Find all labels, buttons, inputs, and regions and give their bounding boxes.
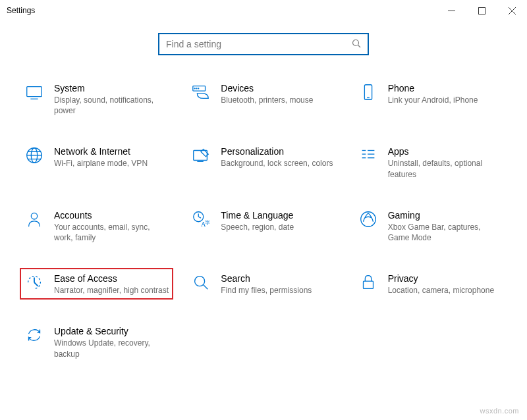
tile-title: Apps — [388, 146, 503, 157]
gaming-icon — [358, 209, 379, 230]
tile-title: Update & Security — [54, 326, 173, 336]
close-icon — [509, 7, 516, 14]
apps-icon — [358, 145, 379, 166]
tile-desc: Background, lock screen, colors — [221, 158, 336, 169]
svg-point-34 — [195, 276, 205, 286]
tile-apps[interactable]: Apps Uninstall, defaults, optional featu… — [354, 141, 507, 183]
tile-desc: Link your Android, iPhone — [388, 95, 503, 105]
tile-title: Phone — [388, 83, 503, 93]
tile-devices[interactable]: Devices Bluetooth, printers, mouse — [186, 78, 340, 120]
tile-title: System — [54, 83, 169, 93]
tile-desc: Find my files, permissions — [221, 285, 336, 296]
close-button[interactable] — [497, 0, 527, 21]
watermark: wsxdn.com — [480, 407, 519, 415]
tile-title: Personalization — [221, 146, 336, 157]
personalization-icon — [190, 145, 211, 166]
ease-of-access-icon — [24, 272, 45, 293]
update-security-icon — [24, 325, 45, 346]
tile-personalization[interactable]: Personalization Background, lock screen,… — [186, 141, 340, 183]
time-language-icon: A字 — [190, 209, 211, 230]
tile-update-security[interactable]: Update & Security Windows Update, recove… — [20, 321, 177, 363]
tile-desc: Narrator, magnifier, high contrast — [54, 285, 169, 296]
tile-desc: Your accounts, email, sync, work, family — [54, 222, 169, 243]
svg-rect-6 — [27, 87, 42, 97]
privacy-icon — [358, 272, 379, 293]
svg-line-35 — [204, 285, 208, 290]
tile-network[interactable]: Network & Internet Wi-Fi, airplane mode,… — [20, 141, 173, 183]
svg-point-11 — [198, 88, 199, 89]
tile-title: Search — [221, 273, 336, 284]
tile-desc: Speech, region, date — [221, 222, 336, 232]
minimize-button[interactable] — [436, 0, 466, 21]
tile-desc: Wi-Fi, airplane mode, VPN — [54, 158, 169, 169]
tile-search[interactable]: Search Find my files, permissions — [186, 268, 340, 300]
tile-desc: Xbox Game Bar, captures, Game Mode — [388, 222, 503, 243]
tile-phone[interactable]: Phone Link your Android, iPhone — [354, 78, 507, 120]
tile-title: Gaming — [388, 210, 503, 221]
svg-point-10 — [196, 88, 197, 89]
maximize-button[interactable] — [466, 0, 497, 21]
search-row: Find a setting — [0, 33, 527, 55]
svg-point-33 — [360, 212, 375, 227]
svg-point-4 — [353, 39, 359, 45]
tile-title: Privacy — [388, 273, 503, 284]
system-icon — [24, 82, 45, 103]
tile-time-language[interactable]: A字 Time & Language Speech, region, date — [186, 205, 340, 247]
tile-title: Time & Language — [221, 210, 336, 221]
search-input[interactable]: Find a setting — [158, 33, 369, 55]
network-icon — [24, 145, 45, 166]
tile-title: Accounts — [54, 210, 169, 221]
svg-point-27 — [31, 213, 37, 219]
search-icon — [352, 39, 361, 50]
svg-rect-36 — [363, 281, 373, 288]
phone-icon — [358, 82, 379, 103]
titlebar: Settings — [0, 0, 527, 21]
maximize-icon — [478, 7, 485, 14]
svg-line-5 — [358, 45, 361, 47]
window-controls — [436, 0, 527, 21]
tile-desc: Location, camera, microphone — [388, 285, 503, 296]
minimize-icon — [448, 7, 455, 14]
svg-point-9 — [194, 88, 195, 89]
tile-system[interactable]: System Display, sound, notifications, po… — [20, 78, 173, 120]
tile-desc: Bluetooth, printers, mouse — [221, 95, 336, 105]
tile-privacy[interactable]: Privacy Location, camera, microphone — [354, 268, 507, 300]
window-title: Settings — [7, 6, 436, 15]
tile-gaming[interactable]: Gaming Xbox Game Bar, captures, Game Mod… — [354, 205, 507, 247]
svg-line-30 — [199, 217, 202, 218]
tile-desc: Uninstall, defaults, optional features — [388, 158, 503, 179]
devices-icon — [190, 82, 211, 103]
svg-text:字: 字 — [205, 219, 210, 226]
tile-desc: Display, sound, notifications, power — [54, 95, 169, 116]
accounts-icon — [24, 209, 45, 230]
search-category-icon — [190, 272, 211, 293]
tile-title: Devices — [221, 83, 336, 93]
svg-rect-1 — [478, 7, 485, 14]
settings-grid: System Display, sound, notifications, po… — [0, 78, 527, 363]
tile-ease-of-access[interactable]: Ease of Access Narrator, magnifier, high… — [20, 268, 173, 300]
tile-title: Network & Internet — [54, 146, 169, 157]
tile-title: Ease of Access — [54, 273, 169, 284]
tile-accounts[interactable]: Accounts Your accounts, email, sync, wor… — [20, 205, 173, 247]
search-placeholder: Find a setting — [166, 39, 352, 49]
tile-desc: Windows Update, recovery, backup — [54, 338, 173, 359]
